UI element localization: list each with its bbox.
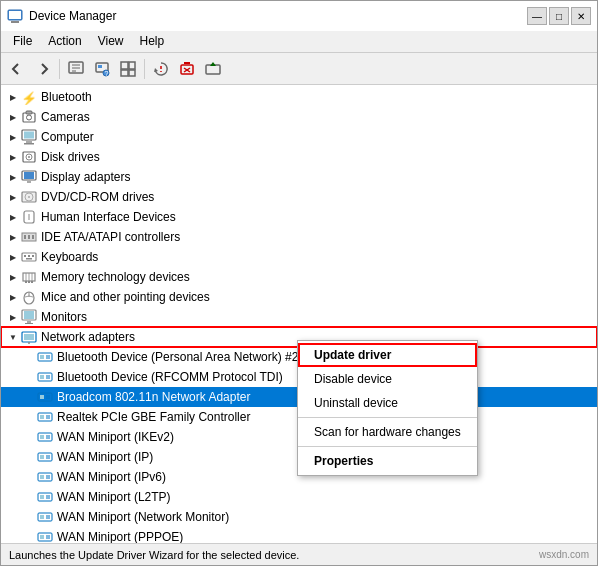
- svg-rect-64: [25, 323, 33, 324]
- minimize-button[interactable]: —: [527, 7, 547, 25]
- expand-arrow-wan-l2tp[interactable]: [21, 489, 37, 505]
- title-bar: Device Manager — □ ✕: [1, 1, 597, 31]
- toolbar-view[interactable]: [116, 57, 140, 81]
- tree-item-label: DVD/CD-ROM drives: [41, 190, 154, 204]
- expand-arrow-bluetooth[interactable]: ▶: [5, 89, 21, 105]
- close-button[interactable]: ✕: [571, 7, 591, 25]
- ctx-item-disable-device[interactable]: Disable device: [298, 367, 477, 391]
- toolbar-update[interactable]: [201, 57, 225, 81]
- tree-item-computer[interactable]: ▶Computer: [1, 127, 597, 147]
- expand-arrow-wan-ip[interactable]: [21, 449, 37, 465]
- expand-arrow-wan-netmon[interactable]: [21, 509, 37, 525]
- svg-rect-63: [27, 321, 31, 323]
- tree-item-label: WAN Miniport (PPPOE): [57, 530, 183, 543]
- svg-rect-29: [24, 132, 34, 139]
- svg-rect-51: [26, 258, 32, 260]
- svg-rect-45: [28, 235, 30, 239]
- toolbar-driver[interactable]: ?: [90, 57, 114, 81]
- expand-arrow-memory[interactable]: ▶: [5, 269, 21, 285]
- maximize-button[interactable]: □: [549, 7, 569, 25]
- window-title: Device Manager: [29, 9, 116, 23]
- netcard-icon: [37, 349, 53, 365]
- toolbar-properties[interactable]: [64, 57, 88, 81]
- svg-rect-27: [26, 111, 32, 114]
- ctx-item-uninstall-device[interactable]: Uninstall device: [298, 391, 477, 415]
- tree-item-display-adapters[interactable]: ▶Display adapters: [1, 167, 597, 187]
- tree-item-monitors[interactable]: ▶Monitors: [1, 307, 597, 327]
- expand-arrow-ide[interactable]: ▶: [5, 229, 21, 245]
- tree-item-label: WAN Miniport (IP): [57, 450, 153, 464]
- toolbar-scan[interactable]: [149, 57, 173, 81]
- svg-point-34: [28, 156, 30, 158]
- expand-arrow-disk-drives[interactable]: ▶: [5, 149, 21, 165]
- tree-item-wan-pppoe[interactable]: WAN Miniport (PPPOE): [1, 527, 597, 543]
- tree-item-disk-drives[interactable]: ▶Disk drives: [1, 147, 597, 167]
- ctx-item-update-driver[interactable]: Update driver: [298, 343, 477, 367]
- expand-arrow-network-adapters[interactable]: ▼: [5, 329, 21, 345]
- expand-arrow-bluetooth-pan[interactable]: [21, 349, 37, 365]
- expand-arrow-display-adapters[interactable]: ▶: [5, 169, 21, 185]
- expand-arrow-mice[interactable]: ▶: [5, 289, 21, 305]
- tree-item-wan-netmon[interactable]: WAN Miniport (Network Monitor): [1, 507, 597, 527]
- netcard-icon: [37, 449, 53, 465]
- ctx-item-scan-changes[interactable]: Scan for hardware changes: [298, 420, 477, 444]
- menu-help[interactable]: Help: [132, 33, 173, 50]
- svg-rect-69: [40, 355, 44, 359]
- tree-item-ide[interactable]: ▶IDE ATA/ATAPI controllers: [1, 227, 597, 247]
- expand-arrow-broadcom[interactable]: [21, 389, 37, 405]
- status-bar: Launches the Update Driver Wizard for th…: [1, 543, 597, 565]
- mouse-icon: [21, 289, 37, 305]
- status-text: Launches the Update Driver Wizard for th…: [9, 549, 299, 561]
- svg-rect-44: [24, 235, 26, 239]
- tree-item-label: Bluetooth Device (Personal Area Network)…: [57, 350, 298, 364]
- expand-arrow-cameras[interactable]: ▶: [5, 109, 21, 125]
- tree-item-keyboards[interactable]: ▶Keyboards: [1, 247, 597, 267]
- tree-item-label: Mice and other pointing devices: [41, 290, 210, 304]
- expand-arrow-keyboards[interactable]: ▶: [5, 249, 21, 265]
- menu-view[interactable]: View: [90, 33, 132, 50]
- memory-icon: [21, 269, 37, 285]
- tree-item-mice[interactable]: ▶Mice and other pointing devices: [1, 287, 597, 307]
- svg-rect-1: [11, 21, 19, 23]
- tree-item-hid[interactable]: ▶Human Interface Devices: [1, 207, 597, 227]
- tree-item-bluetooth[interactable]: ▶⚡Bluetooth: [1, 87, 597, 107]
- svg-rect-89: [40, 455, 44, 459]
- expand-arrow-bluetooth-rfcomm[interactable]: [21, 369, 37, 385]
- tree-item-label: IDE ATA/ATAPI controllers: [41, 230, 180, 244]
- svg-marker-23: [210, 62, 216, 66]
- tree-item-cameras[interactable]: ▶Cameras: [1, 107, 597, 127]
- menu-action[interactable]: Action: [40, 33, 89, 50]
- svg-rect-73: [40, 375, 44, 379]
- svg-text:⚡: ⚡: [21, 90, 37, 105]
- camera-icon: [21, 109, 37, 125]
- expand-arrow-realtek[interactable]: [21, 409, 37, 425]
- svg-rect-13: [121, 70, 128, 76]
- svg-point-26: [27, 115, 32, 120]
- ctx-item-properties[interactable]: Properties: [298, 449, 477, 473]
- tree-item-dvd[interactable]: ▶DVD/CD-ROM drives: [1, 187, 597, 207]
- expand-arrow-wan-ipv6[interactable]: [21, 469, 37, 485]
- expand-arrow-hid[interactable]: ▶: [5, 209, 21, 225]
- expand-arrow-wan-ikev2[interactable]: [21, 429, 37, 445]
- tree-item-label: WAN Miniport (IPv6): [57, 470, 166, 484]
- svg-rect-11: [121, 62, 128, 69]
- tree-item-memory[interactable]: ▶Memory technology devices: [1, 267, 597, 287]
- expand-arrow-monitors[interactable]: ▶: [5, 309, 21, 325]
- expand-arrow-computer[interactable]: ▶: [5, 129, 21, 145]
- svg-rect-2: [9, 11, 21, 19]
- toolbar-forward[interactable]: [31, 57, 55, 81]
- svg-rect-93: [40, 475, 44, 479]
- tree-item-wan-l2tp[interactable]: WAN Miniport (L2TP): [1, 487, 597, 507]
- expand-arrow-dvd[interactable]: ▶: [5, 189, 21, 205]
- tree-item-label: Realtek PCIe GBE Family Controller: [57, 410, 250, 424]
- hid-icon: [21, 209, 37, 225]
- svg-text:?: ?: [105, 70, 109, 77]
- toolbar-remove[interactable]: [175, 57, 199, 81]
- toolbar-back[interactable]: [5, 57, 29, 81]
- menu-file[interactable]: File: [5, 33, 40, 50]
- tree-item-label: Monitors: [41, 310, 87, 324]
- tree-item-label: Memory technology devices: [41, 270, 190, 284]
- window-controls: — □ ✕: [527, 7, 591, 25]
- toolbar-sep-1: [59, 59, 60, 79]
- expand-arrow-wan-pppoe[interactable]: [21, 529, 37, 543]
